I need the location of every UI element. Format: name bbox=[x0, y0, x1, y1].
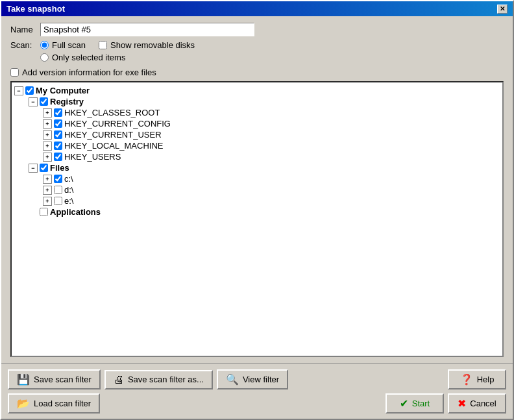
expand-files[interactable]: − bbox=[29, 164, 38, 173]
view-icon: 🔍 bbox=[226, 373, 239, 386]
bottom-section: 💾 Save scan filter 🖨 Save scan filter as… bbox=[1, 364, 513, 419]
tree-row-e: + e:\ bbox=[43, 195, 500, 206]
add-version-row: Add version information for exe files bbox=[10, 68, 504, 77]
tree-container[interactable]: − My Computer − Registry bbox=[10, 81, 504, 357]
scan-label: Scan: bbox=[10, 40, 36, 50]
label-e: e:\ bbox=[64, 196, 73, 206]
tree-row-hku: + HKEY_USERS bbox=[43, 151, 500, 162]
full-scan-option[interactable]: Full scan bbox=[40, 40, 86, 50]
tree-row-hkcu: + HKEY_CURRENT_USER bbox=[43, 129, 500, 140]
tree-row-mycomputer: − My Computer bbox=[14, 85, 500, 96]
tree-node-registry: − Registry + HKEY_CLASSES_ROOT bbox=[29, 96, 500, 162]
only-selected-radio[interactable] bbox=[40, 53, 49, 62]
expand-hkcr[interactable]: + bbox=[43, 108, 52, 117]
check-files[interactable] bbox=[40, 164, 48, 172]
label-hkcr: HKEY_CLASSES_ROOT bbox=[64, 108, 160, 117]
show-removable-checkbox[interactable] bbox=[99, 41, 107, 49]
show-removable-label: Show removable disks bbox=[110, 40, 195, 50]
load-filter-label: Load scan filter bbox=[34, 399, 91, 408]
expand-mycomputer[interactable]: − bbox=[14, 86, 23, 95]
expand-c[interactable]: + bbox=[43, 175, 52, 184]
title-bar: Take snapshot ✕ bbox=[1, 1, 513, 16]
check-hkcu[interactable] bbox=[54, 130, 62, 139]
label-applications: Applications bbox=[50, 207, 101, 217]
tree-node-files: − Files + c:\ bbox=[29, 162, 500, 206]
scan-options: Full scan Show removable disks Only sele… bbox=[40, 40, 195, 62]
label-mycomputer: My Computer bbox=[36, 86, 90, 95]
check-hku[interactable] bbox=[54, 153, 62, 161]
check-hkcc[interactable] bbox=[54, 119, 62, 128]
expand-placeholder-apps bbox=[29, 208, 38, 217]
show-removable-option[interactable]: Show removable disks bbox=[99, 40, 195, 50]
mycomputer-children: − Registry + HKEY_CLASSES_ROOT bbox=[29, 96, 500, 217]
full-scan-label: Full scan bbox=[52, 40, 86, 50]
label-registry: Registry bbox=[50, 97, 84, 106]
check-hkcr[interactable] bbox=[54, 108, 62, 117]
check-c[interactable] bbox=[54, 175, 62, 183]
view-filter-button[interactable]: 🔍 View filter bbox=[217, 369, 288, 389]
full-scan-radio[interactable] bbox=[40, 41, 49, 49]
tree-row-hkcc: + HKEY_CURRENT_CONFIG bbox=[43, 118, 500, 129]
dialog-title: Take snapshot bbox=[6, 4, 65, 14]
check-mycomputer[interactable] bbox=[25, 86, 34, 95]
check-applications[interactable] bbox=[40, 208, 48, 216]
save-as-icon: 🖨 bbox=[114, 374, 124, 386]
name-row: Name bbox=[10, 23, 504, 36]
expand-e[interactable]: + bbox=[43, 197, 52, 206]
tree-row-registry: − Registry bbox=[29, 96, 500, 107]
tree-row-hkcr: + HKEY_CLASSES_ROOT bbox=[43, 107, 500, 118]
tree-node-mycomputer: − My Computer − Registry bbox=[14, 85, 500, 217]
scan-options-row: Scan: Full scan Show removable disks bbox=[10, 40, 504, 62]
files-children: + c:\ + d:\ bbox=[43, 173, 500, 206]
dialog-body: Name Scan: Full scan Show removable disk… bbox=[1, 16, 513, 364]
close-button[interactable]: ✕ bbox=[497, 5, 508, 14]
cancel-button[interactable]: ✖ Cancel bbox=[448, 393, 506, 414]
load-icon: 📂 bbox=[17, 397, 30, 410]
help-button[interactable]: ❓ Help bbox=[448, 369, 506, 389]
label-hklm: HKEY_LOCAL_MACHINE bbox=[64, 141, 163, 151]
expand-hklm[interactable]: + bbox=[43, 142, 52, 151]
label-hkcu: HKEY_CURRENT_USER bbox=[64, 130, 162, 140]
label-c: c:\ bbox=[64, 174, 73, 184]
only-selected-option[interactable]: Only selected items bbox=[40, 53, 195, 62]
label-d: d:\ bbox=[64, 185, 73, 195]
start-label: Start bbox=[412, 399, 430, 408]
label-hkcc: HKEY_CURRENT_CONFIG bbox=[64, 119, 171, 129]
scan-row-1: Full scan Show removable disks bbox=[40, 40, 195, 50]
expand-registry[interactable]: − bbox=[29, 97, 38, 106]
view-filter-label: View filter bbox=[243, 375, 279, 384]
tree-row-hklm: + HKEY_LOCAL_MACHINE bbox=[43, 140, 500, 151]
start-button[interactable]: ✔ Start bbox=[386, 393, 444, 414]
tree-row-applications: Applications bbox=[29, 206, 500, 217]
take-snapshot-dialog: Take snapshot ✕ Name Scan: Full scan bbox=[0, 0, 514, 420]
check-d[interactable] bbox=[54, 186, 62, 194]
load-scan-filter-button[interactable]: 📂 Load scan filter bbox=[8, 393, 100, 414]
cross-icon: ✖ bbox=[458, 397, 466, 410]
expand-d[interactable]: + bbox=[43, 186, 52, 195]
save-filter-label: Save scan filter bbox=[34, 375, 92, 384]
save-scan-filter-button[interactable]: 💾 Save scan filter bbox=[8, 369, 101, 389]
help-label: Help bbox=[477, 375, 495, 384]
scan-row-2: Only selected items bbox=[40, 53, 195, 62]
add-version-option[interactable]: Add version information for exe files bbox=[10, 68, 156, 77]
tree-row-c: + c:\ bbox=[43, 173, 500, 184]
check-icon: ✔ bbox=[400, 397, 408, 410]
expand-hkcu[interactable]: + bbox=[43, 130, 52, 140]
expand-hku[interactable]: + bbox=[43, 153, 52, 162]
cancel-label: Cancel bbox=[470, 399, 496, 408]
add-version-label: Add version information for exe files bbox=[22, 68, 156, 77]
expand-hkcc[interactable]: + bbox=[43, 119, 52, 129]
check-registry[interactable] bbox=[40, 97, 48, 106]
name-input[interactable] bbox=[40, 23, 254, 36]
check-e[interactable] bbox=[54, 197, 62, 205]
name-label: Name bbox=[10, 25, 36, 34]
save-scan-filter-as-button[interactable]: 🖨 Save scan filter as... bbox=[104, 370, 213, 389]
tree-row-d: + d:\ bbox=[43, 184, 500, 195]
save-icon: 💾 bbox=[17, 373, 30, 386]
registry-children: + HKEY_CLASSES_ROOT + HKEY_CURRENT_CONFI… bbox=[43, 107, 500, 162]
tree-row-files: − Files bbox=[29, 162, 500, 173]
add-version-checkbox[interactable] bbox=[10, 68, 19, 77]
check-hklm[interactable] bbox=[54, 142, 62, 150]
help-icon: ❓ bbox=[460, 373, 473, 386]
label-hku: HKEY_USERS bbox=[64, 152, 121, 162]
